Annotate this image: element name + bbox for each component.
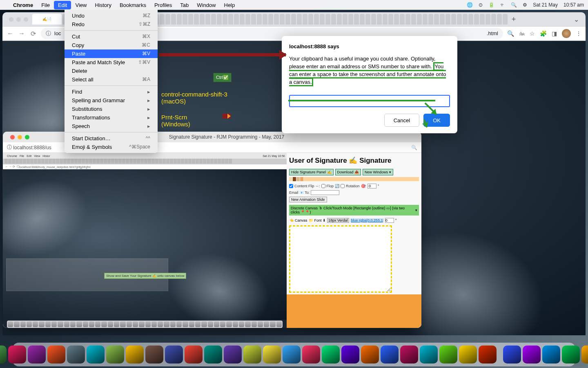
browser-tab[interactable] [177,14,182,25]
dock-app-5[interactable] [47,346,65,364]
dialog-cancel-button[interactable]: Cancel [384,114,419,127]
browser-tab[interactable] [497,14,502,25]
dock-app-30[interactable] [542,346,560,364]
browser-tab[interactable] [491,14,496,25]
color-swatches[interactable] [289,177,419,182]
site-info-icon[interactable]: ⓘ [46,30,51,37]
dock-app-17[interactable] [283,346,301,364]
browser-tab[interactable] [394,14,399,25]
rotation-input[interactable] [368,184,376,188]
dock-app-18[interactable] [302,346,320,364]
rotation-checkbox[interactable] [341,184,345,188]
translate-icon[interactable]: 🗛 [519,30,525,37]
browser-tab[interactable] [165,14,170,25]
browser-tab[interactable] [428,14,433,25]
dock-app-9[interactable] [126,346,144,364]
dock-app-12[interactable] [185,346,203,364]
browser-tab[interactable] [280,14,285,25]
spotlight-icon[interactable]: 🔍 [511,2,517,8]
dock-app-3[interactable] [8,346,26,364]
window-controls[interactable] [9,17,28,22]
close-icon[interactable] [10,135,15,139]
view-menu[interactable]: View [71,1,91,9]
browser-tab[interactable] [223,14,227,25]
control-center-icon[interactable]: ⚙ [523,2,527,8]
browser-tab[interactable] [440,14,445,25]
browser-tab[interactable] [325,14,330,25]
wifi-icon[interactable]: ᯤ [500,2,505,8]
menu-delete[interactable]: Delete [65,67,158,75]
profile-avatar[interactable] [562,29,571,38]
browser-tab[interactable] [234,14,239,25]
browser-tab[interactable] [486,14,490,25]
browser-tab[interactable] [251,14,256,25]
dock-app-20[interactable] [341,346,359,364]
menu-paste[interactable]: Paste⌘V [65,49,158,58]
dock-app-7[interactable] [87,346,105,364]
browser-tab[interactable] [354,14,359,25]
dock-app-11[interactable] [165,346,183,364]
profiles-menu[interactable]: Profiles [150,1,176,9]
menubar-time[interactable]: 10:57 am [564,2,584,8]
dock-app-6[interactable] [67,346,85,364]
browser-tab[interactable] [263,14,267,25]
browser-tab[interactable] [183,14,187,25]
browser-tab[interactable] [268,14,273,25]
menu-cut[interactable]: Cut⌘X [65,32,158,41]
new-animation-button[interactable]: New Animation Slide [289,197,327,202]
browser-tab[interactable] [445,14,450,25]
help-menu[interactable]: Help [220,1,239,9]
menu-dictation[interactable]: Start Dictation…^^ [65,134,158,143]
browser-tab[interactable] [411,14,416,25]
tab-menu[interactable]: Tab [176,1,193,9]
menu-find[interactable]: Find▸ [65,88,158,96]
menu-paste-match[interactable]: Paste and Match Style⇧⌘V [65,58,158,67]
forward-button[interactable]: → [18,30,25,37]
dock-app-13[interactable] [204,346,222,364]
dock-app-25[interactable] [439,346,457,364]
menubar-date[interactable]: Sat 21 May [533,2,558,8]
hide-signature-button[interactable]: Hide Signature Panel ✍ [289,169,334,175]
browser-tab[interactable] [348,14,353,25]
reload-button[interactable]: ⟳ [29,30,37,37]
browser-tab[interactable] [337,14,342,25]
browser-tab[interactable] [503,14,508,25]
color-select[interactable]: blue rgba(0,0,255,1 [350,218,384,222]
browser-tab[interactable] [474,14,479,25]
signature-canvas[interactable] [289,225,392,293]
bookmarks-menu[interactable]: Bookmarks [116,1,150,9]
sync-icon[interactable]: ⊙ [479,2,483,8]
browser-tab[interactable] [388,14,393,25]
browser-tab[interactable] [314,14,319,25]
browser-tab[interactable] [205,14,210,25]
menu-emoji[interactable]: Emoji & Symbols^⌘Space [65,143,158,151]
dock-app-27[interactable] [479,346,497,364]
browser-tab[interactable] [240,14,245,25]
battery-icon[interactable]: 🔋 [488,2,494,8]
new-tab-button[interactable]: + [508,15,519,24]
back-button[interactable]: ← [7,30,14,37]
history-menu[interactable]: History [91,1,115,9]
dock-app-16[interactable] [263,346,281,364]
browser-tab[interactable] [463,14,468,25]
browser-tab[interactable] [383,14,388,25]
bookmark-icon[interactable]: ☆ [530,30,535,37]
dock-app-2[interactable] [0,346,7,364]
menu-select-all[interactable]: Select all⌘A [65,75,158,84]
menu-redo[interactable]: Redo⇧⌘Z [65,20,158,29]
menu-undo[interactable]: Undo⌘Z [65,11,158,20]
dock-app-32[interactable] [581,346,588,364]
edit-menu[interactable]: Edit [54,1,71,9]
browser-tab[interactable] [160,14,165,25]
dock-app-26[interactable] [459,346,477,364]
email-input[interactable] [311,190,339,195]
discrete-canvas-bar[interactable]: Discrete Canvas 🖱 Click/Touch Mode [Rect… [289,205,419,215]
browser-tab[interactable] [331,14,336,25]
dock-app-15[interactable] [243,346,261,364]
dock-app-24[interactable] [420,346,438,364]
browser-tab[interactable] [297,14,302,25]
content-flip-checkbox[interactable] [289,184,293,188]
app-menu[interactable]: Chrome [9,1,37,9]
browser-tab[interactable] [377,14,382,25]
flop-checkbox[interactable] [321,184,325,188]
